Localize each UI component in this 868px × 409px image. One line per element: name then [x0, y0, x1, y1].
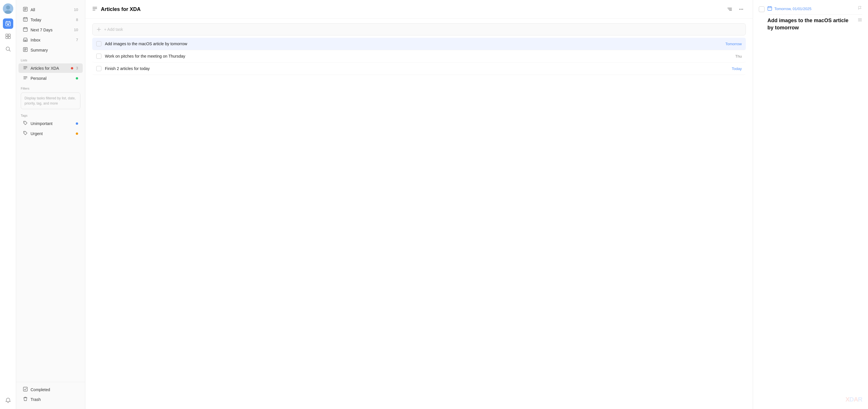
- task-checkbox-1[interactable]: [96, 41, 101, 46]
- inbox-icon: [23, 37, 28, 43]
- task-label-2: Work on pitches for the meeting on Thurs…: [105, 54, 732, 59]
- completed-icon: [23, 387, 28, 392]
- svg-rect-52: [768, 7, 772, 10]
- sidebar-item-summary[interactable]: Summary: [19, 45, 83, 55]
- sort-button[interactable]: [725, 5, 734, 14]
- svg-point-39: [25, 132, 25, 133]
- svg-point-1: [6, 5, 10, 9]
- sidebar-item-urgent-label: Urgent: [31, 131, 73, 136]
- sidebar-item-inbox-label: Inbox: [31, 38, 73, 42]
- nav-icon-today[interactable]: [3, 19, 13, 29]
- task-row[interactable]: Finish 2 articles for today Today: [92, 63, 746, 75]
- svg-text:8: 8: [25, 19, 26, 21]
- svg-rect-9: [8, 34, 10, 36]
- sidebar-item-today-count: 8: [76, 18, 78, 22]
- svg-point-47: [740, 9, 740, 10]
- main-title: Articles for XDA: [101, 6, 722, 12]
- nav-icon-grid[interactable]: [3, 31, 13, 41]
- svg-rect-3: [6, 22, 10, 26]
- svg-rect-7: [7, 24, 9, 25]
- add-task-placeholder: + Add task: [104, 27, 123, 32]
- sidebar-item-unimportant[interactable]: Unimportant: [19, 119, 83, 128]
- next7days-icon: [23, 27, 28, 33]
- sidebar-item-personal[interactable]: Personal: [19, 73, 83, 83]
- svg-rect-8: [6, 34, 8, 36]
- list-icon-personal: [23, 75, 28, 81]
- detail-task-title: Add images to the macOS article by tomor…: [768, 17, 855, 31]
- icon-bar: [0, 0, 16, 409]
- main-panel: Articles for XDA: [85, 0, 753, 409]
- trash-icon: [23, 397, 28, 402]
- tag-icon-unimportant: [23, 121, 28, 126]
- filters-placeholder-text: Display tasks filtered by list, date, pr…: [25, 96, 75, 105]
- articles-xda-dot: [71, 67, 73, 69]
- add-task-row[interactable]: + Add task: [92, 23, 746, 35]
- xda-watermark: XDAR: [845, 396, 862, 403]
- sidebar-item-completed-label: Completed: [31, 387, 78, 392]
- sidebar-item-inbox[interactable]: Inbox 7: [19, 35, 83, 45]
- main-list-icon: [92, 6, 97, 12]
- main-header: Articles for XDA: [85, 0, 753, 19]
- lists-section-label: Lists: [16, 55, 85, 63]
- sidebar-item-all[interactable]: All 10: [19, 5, 83, 14]
- personal-dot: [76, 77, 78, 80]
- urgent-dot: [76, 132, 78, 135]
- sidebar-item-all-count: 10: [74, 7, 78, 12]
- task-label-3: Finish 2 articles for today: [105, 66, 728, 71]
- sidebar-bottom: Completed Trash: [16, 382, 85, 404]
- svg-point-38: [25, 122, 25, 123]
- main-content: + Add task Add images to the macOS artic…: [85, 19, 753, 409]
- task-due-3: Today: [732, 66, 742, 71]
- tag-icon-urgent: [23, 131, 28, 136]
- detail-flag-icon[interactable]: [858, 6, 862, 11]
- detail-task-checkbox[interactable]: [759, 6, 765, 12]
- svg-point-48: [741, 9, 742, 10]
- task-label-1: Add images to the macOS article by tomor…: [105, 41, 722, 46]
- svg-rect-10: [6, 37, 8, 39]
- unimportant-dot: [76, 122, 78, 125]
- filters-box[interactable]: Display tasks filtered by list, date, pr…: [21, 92, 81, 109]
- task-checkbox-3[interactable]: [96, 66, 101, 71]
- today-icon: 8: [23, 17, 28, 23]
- task-due-2: Thu: [736, 54, 742, 59]
- header-actions: [725, 5, 746, 14]
- filters-section-label: Filters: [16, 83, 85, 91]
- summary-icon: [23, 47, 28, 53]
- svg-rect-40: [23, 387, 27, 391]
- sidebar-item-completed[interactable]: Completed: [19, 385, 83, 394]
- sidebar-item-next7days[interactable]: Next 7 Days 10: [19, 25, 83, 35]
- svg-rect-11: [8, 37, 10, 39]
- nav-icon-search[interactable]: [3, 44, 13, 54]
- sidebar-item-urgent[interactable]: Urgent: [19, 129, 83, 138]
- more-button[interactable]: [737, 5, 746, 14]
- sidebar-item-summary-label: Summary: [31, 48, 78, 53]
- sidebar-item-next7days-label: Next 7 Days: [31, 28, 71, 32]
- detail-menu-icon[interactable]: [858, 18, 862, 23]
- task-checkbox-2[interactable]: [96, 54, 101, 59]
- nav-icon-bell[interactable]: [3, 395, 13, 406]
- tags-section-label: Tags: [16, 110, 85, 118]
- detail-calendar-icon: [768, 6, 772, 11]
- sidebar-item-personal-label: Personal: [31, 76, 73, 81]
- sidebar-item-articles-xda-count: 3: [76, 66, 78, 70]
- detail-date-label: Tomorrow, 01/01/2025: [774, 7, 811, 11]
- sidebar-item-inbox-count: 7: [76, 38, 78, 42]
- task-row[interactable]: Work on pitches for the meeting on Thurs…: [92, 50, 746, 63]
- sidebar: All 10 8 Today 8 Next 7 Days 10: [16, 0, 85, 409]
- sidebar-item-unimportant-label: Unimportant: [31, 121, 73, 126]
- task-row[interactable]: Add images to the macOS article by tomor…: [92, 38, 746, 50]
- list-icon-articles: [23, 65, 28, 71]
- svg-rect-23: [23, 28, 27, 31]
- sidebar-item-articles-xda-label: Articles for XDA: [31, 66, 68, 70]
- sidebar-item-trash-label: Trash: [31, 397, 78, 402]
- svg-line-13: [9, 50, 10, 52]
- task-due-1: Tomorrow: [725, 42, 742, 46]
- svg-point-49: [742, 9, 743, 10]
- sidebar-item-all-label: All: [31, 7, 71, 12]
- all-icon: [23, 7, 28, 12]
- sidebar-item-articles-xda[interactable]: Articles for XDA 3: [19, 63, 83, 73]
- sidebar-item-trash[interactable]: Trash: [19, 395, 83, 404]
- avatar[interactable]: [3, 3, 13, 14]
- sidebar-item-today[interactable]: 8 Today 8: [19, 15, 83, 25]
- sidebar-item-today-label: Today: [31, 18, 73, 22]
